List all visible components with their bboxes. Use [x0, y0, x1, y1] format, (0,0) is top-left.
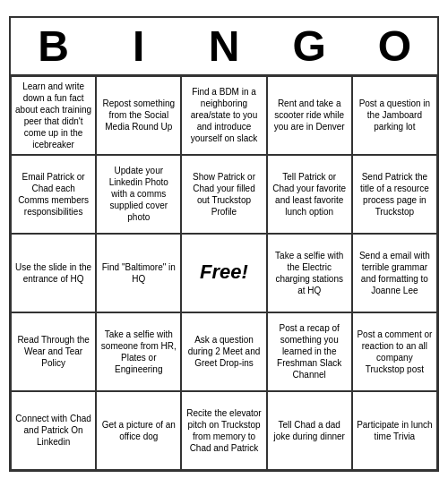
- bingo-cell-1[interactable]: Repost something from the Social Media R…: [96, 76, 181, 155]
- bingo-cell-13[interactable]: Take a selfie with the Electric charging…: [267, 234, 352, 312]
- bingo-cell-18[interactable]: Post a recap of something you learned in…: [267, 312, 352, 391]
- header-g: G: [270, 21, 349, 71]
- bingo-cell-19[interactable]: Post a comment or reaction to an all com…: [352, 312, 437, 391]
- bingo-cell-9[interactable]: Send Patrick the title of a resource pro…: [352, 155, 437, 234]
- bingo-cell-12[interactable]: Free!: [181, 234, 266, 312]
- bingo-cell-6[interactable]: Update your Linkedin Photo with a comms …: [96, 155, 181, 234]
- bingo-grid: Learn and write down a fun fact about ea…: [11, 76, 437, 470]
- bingo-cell-10[interactable]: Use the slide in the entrance of HQ: [11, 234, 96, 312]
- bingo-cell-14[interactable]: Send a email with terrible grammar and f…: [352, 234, 437, 312]
- bingo-cell-2[interactable]: Find a BDM in a neighboring area/state t…: [181, 76, 266, 155]
- bingo-cell-23[interactable]: Tell Chad a dad joke during dinner: [267, 391, 352, 470]
- bingo-cell-4[interactable]: Post a question in the Jamboard parking …: [352, 76, 437, 155]
- bingo-cell-0[interactable]: Learn and write down a fun fact about ea…: [11, 76, 96, 155]
- bingo-cell-20[interactable]: Connect with Chad and Patrick On Linkedi…: [11, 391, 96, 470]
- bingo-cell-24[interactable]: Participate in lunch time Trivia: [352, 391, 437, 470]
- bingo-cell-11[interactable]: Find "Baltimore" in HQ: [96, 234, 181, 312]
- bingo-card: B I N G O Learn and write down a fun fac…: [9, 16, 439, 472]
- bingo-cell-8[interactable]: Tell Patrick or Chad your favorite and l…: [267, 155, 352, 234]
- header-o: O: [355, 21, 434, 71]
- bingo-cell-7[interactable]: Show Patrick or Chad your filled out Tru…: [181, 155, 266, 234]
- header-i: I: [99, 21, 178, 71]
- header-b: B: [14, 21, 93, 71]
- bingo-header: B I N G O: [11, 18, 437, 76]
- header-n: N: [185, 21, 263, 71]
- bingo-cell-3[interactable]: Rent and take a scooter ride while you a…: [267, 76, 352, 155]
- bingo-cell-21[interactable]: Get a picture of an office dog: [96, 391, 181, 470]
- bingo-cell-22[interactable]: Recite the elevator pitch on Truckstop f…: [181, 391, 266, 470]
- bingo-cell-5[interactable]: Email Patrick or Chad each Comms members…: [11, 155, 96, 234]
- bingo-cell-17[interactable]: Ask a question during 2 Meet and Greet D…: [181, 312, 266, 391]
- bingo-cell-16[interactable]: Take a selfie with someone from HR, Plat…: [96, 312, 181, 391]
- bingo-cell-15[interactable]: Read Through the Wear and Tear Policy: [11, 312, 96, 391]
